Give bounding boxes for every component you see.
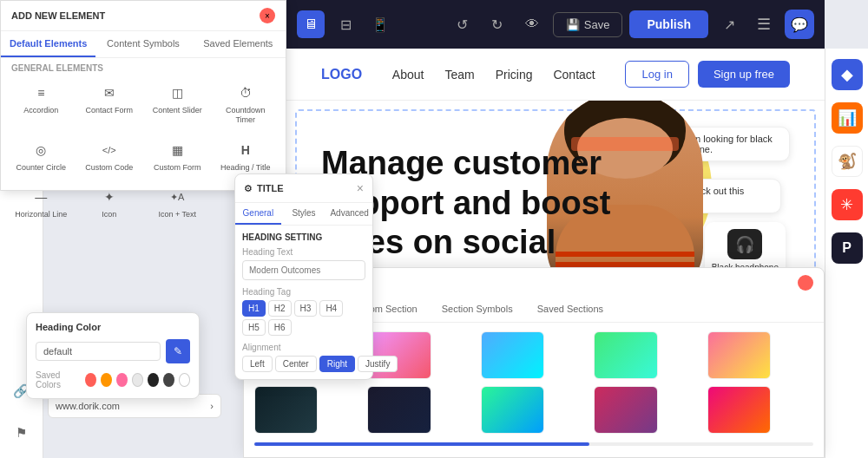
color-dot-red[interactable] <box>85 373 96 387</box>
nav-link-contact[interactable]: Contact <box>553 68 595 82</box>
accordion-icon: ≡ <box>28 83 54 102</box>
element-heading[interactable]: H Heading / Title <box>213 134 279 180</box>
element-label-custom-code: Custom Code <box>85 163 133 173</box>
element-counter-circle[interactable]: ◎ Counter Circle <box>8 134 75 180</box>
icon-text-icon: ✦A <box>164 187 190 206</box>
undo-btn[interactable]: ↺ <box>449 10 477 38</box>
element-countdown[interactable]: ⏱ Countdown Timer <box>213 76 279 132</box>
element-horizontal-line[interactable]: — Horizontal Line <box>8 180 75 226</box>
section-tab-symbols[interactable]: Section Symbols <box>430 298 525 322</box>
color-panel-title: Heading Color <box>36 322 190 332</box>
heading-icon: H <box>233 141 259 160</box>
element-label-contact-form: Contact Form <box>85 106 133 115</box>
tag-h5[interactable]: H5 <box>242 319 266 336</box>
alignment-section: Alignment Left Center Right Justify <box>242 343 365 372</box>
desktop-device-btn[interactable]: 🖥 <box>297 10 325 38</box>
tag-h1[interactable]: H1 <box>242 300 266 317</box>
url-text: www.dorik.com <box>56 401 120 411</box>
menu-btn[interactable]: ☰ <box>750 10 778 38</box>
section-thumb-8[interactable] <box>481 386 544 434</box>
tag-h4[interactable]: H4 <box>319 300 343 317</box>
paypal-icon[interactable]: P <box>832 232 863 264</box>
tag-h6[interactable]: H6 <box>268 319 292 336</box>
title-panel-title: TITLE <box>257 183 284 193</box>
chat-btn[interactable]: 💬 <box>785 10 814 39</box>
tab-content-symbols[interactable]: Content Symbols <box>95 31 190 57</box>
section-thumb-9[interactable] <box>594 386 657 434</box>
align-right[interactable]: Right <box>319 356 355 372</box>
element-label-countdown: Countdown Timer <box>216 106 276 125</box>
alignment-label: Alignment <box>242 343 365 352</box>
element-label-icon-text: Icon + Text <box>158 210 196 219</box>
section-tab-saved[interactable]: Saved Sections <box>525 298 615 322</box>
color-dot-black[interactable] <box>148 373 159 387</box>
top-toolbar: 🖥 ⊟ 📱 ↺ ↻ 👁 💾 Save Publish ↗ ☰ 💬 <box>286 0 825 49</box>
element-custom-form[interactable]: ▦ Custom Form <box>144 134 211 180</box>
section-progress-area <box>244 442 824 451</box>
tab-default-elements[interactable]: Default Elements <box>1 31 95 57</box>
add-element-panel: ADD NEW ELEMENT × Default Elements Conte… <box>0 0 286 191</box>
element-contact-form[interactable]: ✉ Contact Form <box>76 76 143 132</box>
title-panel-tabs: General Styles Advanced <box>235 203 372 226</box>
element-custom-code[interactable]: </> Custom Code <box>76 134 143 180</box>
heading-tag-row: H1 H2 H3 H4 H5 H6 <box>242 300 365 336</box>
save-label: Save <box>584 18 610 31</box>
section-thumb-3[interactable] <box>481 331 544 379</box>
save-icon: 💾 <box>566 18 580 31</box>
saved-colors-row: Saved Colors <box>36 370 190 389</box>
section-thumb-6[interactable] <box>254 386 318 434</box>
title-panel-close-btn[interactable]: × <box>357 181 364 195</box>
title-tab-advanced[interactable]: Advanced <box>326 203 372 225</box>
chimp-icon[interactable]: 🐒 <box>832 146 863 177</box>
element-icon-text[interactable]: ✦A Icon + Text <box>144 180 211 226</box>
panel-close-btn[interactable]: × <box>260 8 275 23</box>
external-link-btn[interactable]: ↗ <box>715 10 743 38</box>
heading-text-input[interactable] <box>242 260 365 280</box>
color-dot-light[interactable] <box>132 373 143 387</box>
nav-link-team[interactable]: Team <box>444 68 474 82</box>
element-content-slider[interactable]: ◫ Content Slider <box>144 76 211 132</box>
element-icon[interactable]: ✦ Icon <box>76 180 143 226</box>
color-dot-pink[interactable] <box>116 373 128 387</box>
color-dot-orange[interactable] <box>101 373 112 387</box>
add-section-close-btn[interactable] <box>798 275 813 291</box>
title-panel: ⚙ TITLE × General Styles Advanced HEADIN… <box>234 173 373 380</box>
nav-signup-btn[interactable]: Sign up free <box>698 61 790 88</box>
canvas-logo: LOGO <box>321 67 362 82</box>
nav-link-about[interactable]: About <box>392 68 424 82</box>
left-sidebar-flag-icon[interactable]: ⚑ <box>7 418 36 448</box>
section-thumb-10[interactable] <box>707 386 771 434</box>
publish-btn[interactable]: Publish <box>629 10 708 38</box>
tablet-device-btn[interactable]: ⊟ <box>332 10 359 38</box>
element-accordion[interactable]: ≡ Accordion <box>8 76 75 132</box>
icon-icon: ✦ <box>96 187 122 206</box>
section-thumb-4[interactable] <box>594 331 657 379</box>
section-scrollbar[interactable] <box>254 442 813 446</box>
tag-h3[interactable]: H3 <box>294 300 318 317</box>
preview-btn[interactable]: 👁 <box>518 10 546 38</box>
element-label-icon: Icon <box>102 210 116 219</box>
color-dot-white[interactable] <box>179 373 190 387</box>
section-thumb-7[interactable] <box>367 386 431 434</box>
title-tab-general[interactable]: General <box>235 203 281 225</box>
nav-link-pricing[interactable]: Pricing <box>496 68 533 82</box>
align-justify[interactable]: Justify <box>358 356 398 372</box>
align-center[interactable]: Center <box>275 356 317 372</box>
color-edit-btn[interactable]: ✎ <box>166 339 190 363</box>
title-tab-styles[interactable]: Styles <box>281 203 327 225</box>
save-btn[interactable]: 💾 Save <box>553 12 623 37</box>
mobile-device-btn[interactable]: 📱 <box>366 10 394 38</box>
section-thumb-5[interactable] <box>707 331 771 379</box>
tag-h2[interactable]: H2 <box>268 300 292 317</box>
chart-icon[interactable]: 📊 <box>832 102 863 134</box>
asterisk-icon[interactable]: ✳ <box>832 189 863 220</box>
heading-tag-section: Heading Tag H1 H2 H3 H4 H5 H6 <box>242 287 365 336</box>
saved-colors-label: Saved Colors <box>36 370 77 389</box>
alignment-row: Left Center Right Justify <box>242 356 365 372</box>
align-left[interactable]: Left <box>242 356 273 372</box>
tab-saved-elements[interactable]: Saved Elements <box>191 31 286 57</box>
color-dot-dark-gray[interactable] <box>163 373 174 387</box>
nav-login-btn[interactable]: Log in <box>625 61 688 88</box>
diamond-icon[interactable]: ◆ <box>832 59 863 90</box>
redo-btn[interactable]: ↻ <box>483 10 511 38</box>
